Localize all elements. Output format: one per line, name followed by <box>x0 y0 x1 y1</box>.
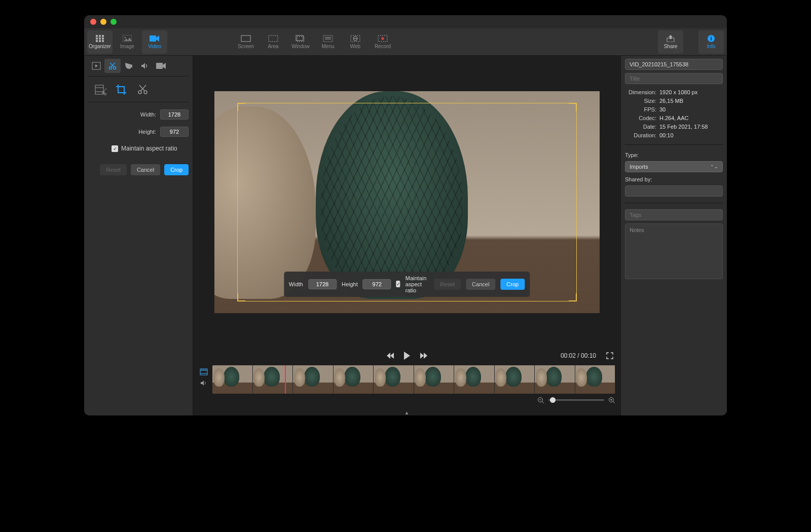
timeline-frame <box>374 365 414 394</box>
cut-tool-tab[interactable] <box>104 59 121 73</box>
filename-field[interactable] <box>625 59 723 70</box>
tab-label: Share <box>664 44 678 49</box>
crop-handle-tl[interactable] <box>237 103 245 111</box>
tab-label: Window <box>291 44 310 49</box>
record-button[interactable]: Record <box>370 30 395 54</box>
step-back-button[interactable] <box>386 352 395 360</box>
window-close-button[interactable] <box>90 19 96 25</box>
capture-web-button[interactable]: Web <box>343 30 368 54</box>
tags-field[interactable] <box>625 209 723 220</box>
tab-label: Record <box>375 44 391 49</box>
grid-icon <box>94 34 105 43</box>
left-panel: Width: Height: ✓ Maintain aspect ratio R… <box>84 56 193 415</box>
audio-tool-tab[interactable] <box>137 59 153 73</box>
timeline-frame <box>334 365 374 394</box>
svg-rect-0 <box>96 35 98 37</box>
notes-field[interactable]: Notes <box>625 223 723 279</box>
window-maximize-button[interactable] <box>110 19 117 25</box>
svg-line-49 <box>613 401 615 403</box>
reset-button[interactable]: Reset <box>100 164 127 175</box>
tab-label: Info <box>707 44 716 49</box>
video-preview[interactable]: Width Height ✓ Maintain aspect ratio Res… <box>214 91 600 313</box>
crop-handle-br[interactable] <box>569 293 577 301</box>
shared-by-field[interactable] <box>625 185 723 197</box>
window-minimize-button[interactable] <box>100 19 106 25</box>
trim-mode-button[interactable] <box>93 83 107 97</box>
size-value: 26,15 MB <box>659 98 723 104</box>
info-panel: Dimension: 1920 x 1080 px Size: 26,15 MB… <box>620 56 727 415</box>
svg-rect-7 <box>99 40 101 42</box>
camera-tool-tab[interactable] <box>153 59 169 73</box>
share-icon <box>665 34 676 43</box>
panel-drag-handle[interactable]: ▲ <box>193 409 620 415</box>
fps-value: 30 <box>659 106 723 112</box>
overlay-maintain-label: Maintain aspect ratio <box>406 275 429 293</box>
titlebar <box>84 15 727 28</box>
cancel-button[interactable]: Cancel <box>131 164 160 175</box>
play-tool-tab[interactable] <box>88 59 104 73</box>
video-camera-icon <box>149 34 160 43</box>
timeline-frame <box>253 365 293 394</box>
title-field[interactable] <box>625 73 723 84</box>
zoom-slider-knob[interactable] <box>550 397 556 403</box>
tab-label: Web <box>350 44 360 49</box>
overlay-maintain-checkbox[interactable]: ✓ <box>396 281 400 287</box>
zoom-out-icon[interactable] <box>537 397 544 404</box>
svg-point-23 <box>382 37 384 40</box>
split-mode-button[interactable] <box>136 83 150 97</box>
codec-value: H.264, AAC <box>659 115 723 121</box>
crop-mode-button[interactable] <box>115 83 129 97</box>
audio-track-icon <box>200 379 208 387</box>
type-label: Type: <box>625 152 723 158</box>
date-value: 15 Feb 2021, 17:58 <box>659 124 723 130</box>
fullscreen-button[interactable] <box>606 352 613 359</box>
svg-line-36 <box>103 88 106 92</box>
shared-by-label: Shared by: <box>625 176 723 182</box>
player-bar: 00:02 / 00:10 <box>193 348 620 363</box>
playhead[interactable] <box>285 365 286 394</box>
maintain-aspect-checkbox[interactable]: ✓ <box>112 145 118 152</box>
overlay-width-input[interactable] <box>308 279 337 289</box>
crop-handle-bl[interactable] <box>237 293 245 301</box>
timeline-thumbnails[interactable] <box>212 365 615 394</box>
overlay-width-label: Width <box>289 281 303 287</box>
step-forward-button[interactable] <box>419 352 428 360</box>
capture-area-button[interactable]: Area <box>261 30 286 54</box>
organizer-tab[interactable]: Organizer <box>87 30 113 54</box>
svg-rect-16 <box>323 35 333 42</box>
tab-label: Image <box>120 44 134 49</box>
size-label: Size: <box>625 98 656 104</box>
video-tab[interactable]: Video <box>142 30 167 54</box>
zoom-in-icon[interactable] <box>608 397 615 404</box>
overlay-height-input[interactable] <box>363 279 391 289</box>
type-select[interactable]: Imports ⌃⌄ <box>625 161 723 172</box>
image-tab[interactable]: Image <box>115 30 140 54</box>
tab-label: Organizer <box>89 44 111 49</box>
screen-icon <box>240 34 251 43</box>
height-input[interactable] <box>160 127 189 137</box>
timeline-frame <box>414 365 455 394</box>
capture-menu-button[interactable]: Menu <box>315 30 341 54</box>
tab-label: Video <box>148 44 161 49</box>
play-button[interactable] <box>403 351 411 360</box>
share-button[interactable]: Share <box>658 30 683 54</box>
capture-window-button[interactable]: Window <box>288 30 313 54</box>
area-icon <box>268 34 279 43</box>
capture-screen-button[interactable]: Screen <box>233 30 259 54</box>
crop-overlay-bar: Width Height ✓ Maintain aspect ratio Res… <box>284 272 530 297</box>
timeline-frame <box>535 365 575 394</box>
overlay-crop-button[interactable]: Crop <box>500 279 525 290</box>
svg-point-38 <box>144 91 147 94</box>
overlay-height-label: Height <box>342 281 358 287</box>
annotate-tool-tab[interactable] <box>121 59 137 73</box>
zoom-slider[interactable] <box>548 399 604 401</box>
overlay-reset-button[interactable]: Reset <box>434 279 461 290</box>
info-button[interactable]: i Info <box>698 30 724 54</box>
duration-value: 00:10 <box>659 132 723 138</box>
crop-button[interactable]: Crop <box>164 164 189 175</box>
overlay-cancel-button[interactable]: Cancel <box>466 279 495 290</box>
crop-handle-tr[interactable] <box>569 103 577 111</box>
width-input[interactable] <box>160 109 189 120</box>
dimension-value: 1920 x 1080 px <box>659 89 723 95</box>
svg-rect-13 <box>269 35 278 42</box>
